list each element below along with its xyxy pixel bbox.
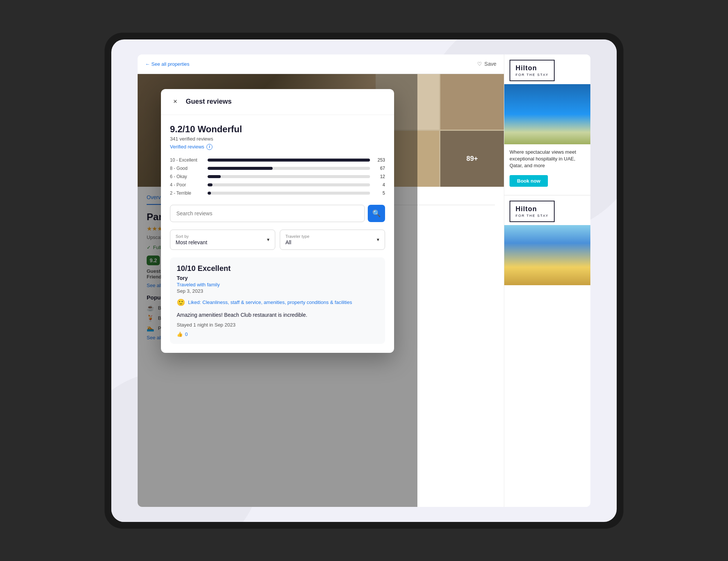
sort-value: Most relevant (176, 239, 207, 245)
hilton-tagline-1: FOR THE STAY (516, 73, 549, 77)
hilton-book-button[interactable]: Book now (510, 175, 548, 187)
search-button[interactable]: 🔍 (368, 205, 385, 222)
rating-row-terrible: 2 - Terrible 5 (170, 191, 385, 196)
rating-bar-bg-good (208, 167, 370, 170)
hilton-tagline-2: FOR THE STAY (516, 214, 549, 218)
rating-row-excellent: 10 - Excellent 253 (170, 157, 385, 163)
traveler-label: Traveler type (285, 234, 309, 239)
hilton-logo-box-2: Hilton FOR THE STAY (510, 201, 555, 222)
modal-overlay: × Guest reviews 9.2/10 Wonderful 341 ver… (138, 74, 417, 507)
reviewer-date: Sep 3, 2023 (177, 288, 378, 294)
rating-bars: 10 - Excellent 253 8 - Good (170, 157, 385, 196)
rating-bar-bg-terrible (208, 192, 370, 195)
traveler-type-select[interactable]: Traveler type All ▾ (280, 230, 385, 250)
rating-count-good: 67 (374, 166, 385, 171)
right-sidebar: Hilton FOR THE STAY Where spectacular vi… (504, 54, 590, 507)
rating-count-excellent: 253 (374, 157, 385, 163)
liked-text: Liked: Cleanliness, staff & service, ame… (188, 299, 352, 305)
rating-bar-fill-okay (208, 175, 221, 178)
heart-icon: ♡ (477, 61, 482, 67)
overall-score: 9.2/10 Wonderful (170, 124, 385, 135)
thumbs-count: 0 (185, 331, 188, 337)
rating-count-poor: 4 (374, 182, 385, 188)
rating-bar-bg-okay (208, 175, 370, 178)
review-body: Amazing amenities! Beach Club restaurant… (177, 311, 378, 319)
rating-label-excellent: 10 - Excellent (170, 157, 204, 163)
rating-count-terrible: 5 (374, 191, 385, 196)
rating-bar-bg-excellent (208, 159, 370, 162)
hilton-hotel-image-1 (504, 84, 590, 144)
search-row: 🔍 (170, 205, 385, 222)
rating-count-okay: 12 (374, 174, 385, 179)
modal-close-button[interactable]: × (170, 97, 180, 107)
traveler-chevron-icon: ▾ (377, 237, 379, 242)
rating-bar-fill-terrible (208, 192, 211, 195)
filter-row: Sort by Most relevant ▾ Traveler type Al… (170, 230, 385, 250)
hilton-ad-2: Hilton FOR THE STAY (504, 195, 590, 285)
rating-row-good: 8 - Good 67 (170, 166, 385, 171)
hilton-copy: Where spectacular views meet exceptional… (504, 144, 590, 174)
rating-row-poor: 4 - Poor 4 (170, 182, 385, 188)
modal-title: Guest reviews (186, 98, 232, 106)
back-link[interactable]: ← See all properties (145, 61, 190, 67)
hilton-logo-box-1: Hilton FOR THE STAY (510, 60, 555, 81)
hilton-logo-2: Hilton (516, 205, 549, 213)
review-card: 10/10 Excellent Tory Traveled with famil… (170, 257, 385, 344)
hilton-logo-1: Hilton (516, 64, 549, 72)
rating-bar-fill-good (208, 167, 273, 170)
rating-label-good: 8 - Good (170, 166, 204, 171)
modal-header: × Guest reviews (161, 89, 394, 115)
modal-scroll-area[interactable]: 9.2/10 Wonderful 341 verified reviews Ve… (161, 115, 394, 353)
rating-row-okay: 6 - Okay 12 (170, 174, 385, 179)
hilton-ad-1: Hilton FOR THE STAY Where spectacular vi… (504, 54, 590, 192)
sort-label: Sort by (176, 234, 207, 239)
info-icon: i (206, 144, 212, 150)
smiley-icon: 🙂 (177, 298, 185, 307)
rating-label-okay: 6 - Okay (170, 174, 204, 179)
save-button[interactable]: ♡ Save (477, 61, 496, 67)
device-frame: ← See all properties ♡ Save (105, 33, 623, 529)
sort-chevron-icon: ▾ (267, 237, 270, 242)
app-area: ← See all properties ♡ Save (138, 54, 590, 507)
main-content: ← See all properties ♡ Save (138, 54, 504, 507)
hotel-thumb-2 (440, 74, 504, 130)
thumbs-row: 👍 0 (177, 331, 378, 337)
thumbs-up-icon: 👍 (177, 331, 183, 337)
rating-label-terrible: 2 - Terrible (170, 191, 204, 196)
rating-label-poor: 4 - Poor (170, 182, 204, 188)
traveler-value: All (285, 239, 309, 245)
top-bar: ← See all properties ♡ Save (138, 54, 504, 74)
reviewer-name: Tory (177, 275, 378, 281)
stayed-text: Stayed 1 night in Sep 2023 (177, 322, 378, 328)
rating-bar-fill-excellent (208, 159, 370, 162)
review-score: 10/10 Excellent (177, 264, 378, 273)
rating-bar-bg-poor (208, 183, 370, 186)
reviewer-travel-type: Traveled with family (177, 282, 378, 287)
guest-reviews-modal: × Guest reviews 9.2/10 Wonderful 341 ver… (161, 89, 394, 353)
search-icon: 🔍 (372, 209, 381, 218)
hotel-thumb-more[interactable]: 89+ (440, 131, 504, 187)
liked-row: 🙂 Liked: Cleanliness, staff & service, a… (177, 298, 378, 307)
hilton-hotel-image-2 (504, 225, 590, 285)
verified-reviews-link[interactable]: Verified reviews i (170, 144, 385, 150)
search-input[interactable] (170, 205, 365, 222)
verified-count: 341 verified reviews (170, 136, 385, 142)
rating-bar-fill-poor (208, 183, 212, 186)
sort-by-select[interactable]: Sort by Most relevant ▾ (170, 230, 275, 250)
screen: ← See all properties ♡ Save (111, 39, 617, 522)
